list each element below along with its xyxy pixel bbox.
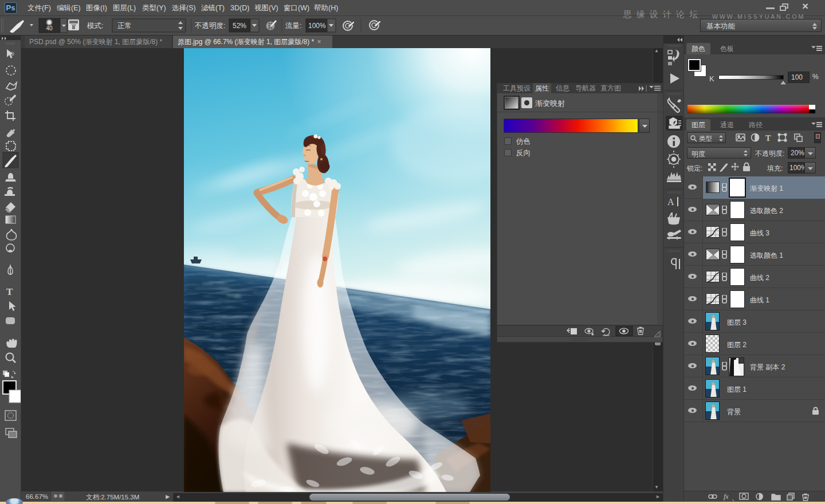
svg-text:流量:: 流量: (285, 22, 301, 30)
svg-text:不透明度:: 不透明度: (194, 22, 225, 30)
svg-text:52%: 52% (233, 22, 246, 30)
svg-text:T: T (765, 134, 771, 143)
svg-text:正常: 正常 (117, 22, 132, 30)
svg-text:模式:: 模式: (87, 22, 103, 30)
svg-text:100%: 100% (308, 22, 326, 30)
svg-text:fx: fx (724, 493, 729, 501)
svg-text:40: 40 (46, 25, 53, 32)
svg-text:T: T (6, 286, 13, 297)
svg-text:A: A (667, 197, 674, 207)
